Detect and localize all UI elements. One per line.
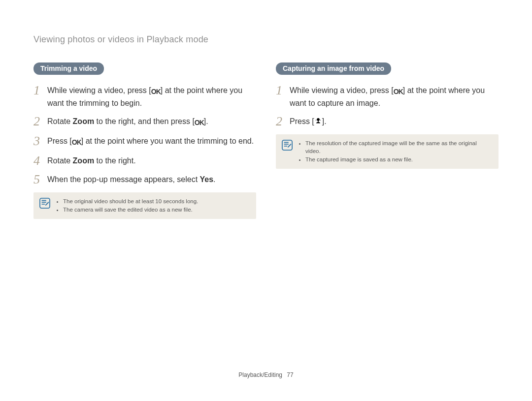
macro-icon: [314, 117, 322, 125]
note-box: The resolution of the captured image wil…: [276, 134, 499, 169]
section-pill-capturing: Capturing an image from video: [276, 62, 391, 75]
note-item: The original video should be at least 10…: [63, 197, 198, 205]
step: 2 Rotate Zoom to the right, and then pre…: [33, 115, 256, 128]
note-item: The camera will save the edited video as…: [63, 206, 198, 214]
step-text: While viewing a video, press [OK] at the…: [290, 84, 499, 109]
footer-section: Playback/Editing: [238, 371, 282, 378]
step: 1 While viewing a video, press [OK] at t…: [33, 84, 256, 109]
step-number: 2: [276, 115, 290, 127]
note-icon: [39, 198, 50, 209]
svg-rect-1: [282, 140, 292, 150]
step-number: 1: [276, 84, 290, 96]
step: 4 Rotate Zoom to the right.: [33, 154, 256, 167]
breadcrumb: Viewing photos or videos in Playback mod…: [33, 34, 499, 45]
step-number: 2: [33, 115, 47, 127]
step-number: 1: [33, 84, 47, 96]
note-icon: [282, 140, 293, 151]
step-text: When the pop-up message appears, select …: [47, 173, 216, 185]
step: 2 Press [ ].: [276, 115, 499, 127]
svg-rect-0: [40, 198, 50, 208]
page-number: 77: [287, 371, 293, 378]
step-text: Press [ ].: [290, 115, 327, 127]
note-box: The original video should be at least 10…: [33, 192, 256, 219]
step-text: Press [OK] at the point where you want t…: [47, 134, 254, 148]
step-text: Rotate Zoom to the right.: [47, 154, 136, 166]
step-number: 4: [33, 154, 47, 167]
note-item: The captured image is saved as a new fil…: [305, 155, 492, 163]
section-pill-trimming: Trimming a video: [33, 62, 104, 75]
page-footer: Playback/Editing 77: [0, 371, 532, 378]
right-column: Capturing an image from video 1 While vi…: [276, 62, 499, 219]
step-number: 3: [33, 134, 47, 147]
ok-icon: OK: [394, 86, 403, 97]
left-column: Trimming a video 1 While viewing a video…: [33, 62, 256, 219]
step: 1 While viewing a video, press [OK] at t…: [276, 84, 499, 109]
ok-icon: OK: [195, 117, 204, 128]
ok-icon: OK: [72, 137, 81, 148]
step-text: Rotate Zoom to the right, and then press…: [47, 115, 208, 128]
step-number: 5: [33, 173, 47, 185]
step: 3 Press [OK] at the point where you want…: [33, 134, 256, 148]
step: 5 When the pop-up message appears, selec…: [33, 173, 256, 185]
step-text: While viewing a video, press [OK] at the…: [47, 84, 256, 109]
note-item: The resolution of the captured image wil…: [305, 139, 492, 155]
ok-icon: OK: [151, 86, 161, 97]
